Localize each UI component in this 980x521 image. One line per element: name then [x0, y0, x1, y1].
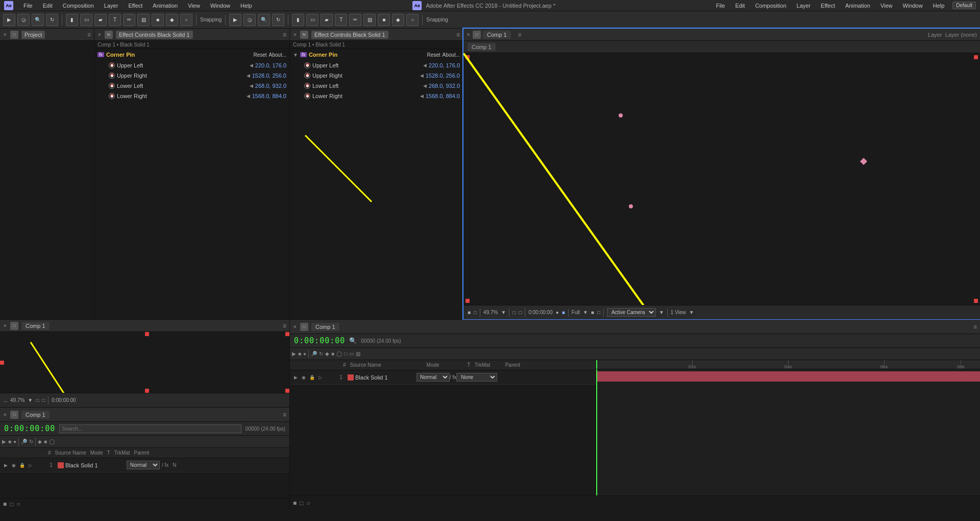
paint-tool[interactable]: ■	[152, 14, 164, 26]
default-button[interactable]: Default	[952, 2, 976, 9]
cm-view-arrow[interactable]: ▼	[689, 310, 694, 315]
lt-lock-icon[interactable]: 🔒	[18, 462, 26, 469]
rt-collapse-icon[interactable]: ▷	[316, 374, 324, 381]
rt-tool6[interactable]: ◆	[325, 351, 329, 357]
cm-zoom-arrow[interactable]: ▼	[501, 310, 506, 315]
lt-menu[interactable]: ≡	[283, 411, 286, 418]
left-comp-fit2[interactable]: □	[42, 397, 45, 403]
zoom-tool[interactable]: 🔍	[32, 14, 44, 26]
menu-help-right[interactable]: Help	[931, 2, 947, 10]
menu-edit-right[interactable]: Edit	[733, 2, 747, 10]
cm-camera-icon[interactable]: ●	[556, 310, 559, 315]
lt-tab[interactable]: Comp 1	[21, 411, 50, 419]
project-panel-menu[interactable]: ≡	[87, 31, 91, 38]
menu-view-left[interactable]: View	[186, 2, 202, 10]
lt-tool7[interactable]: ■	[44, 439, 47, 444]
lt-close[interactable]: ✕	[3, 412, 7, 417]
lt-solo-icon[interactable]: ◉	[10, 462, 17, 469]
ctrl-pt-1[interactable]	[619, 113, 623, 117]
menu-edit-left[interactable]: Edit	[41, 2, 55, 10]
rotate-tool[interactable]: ↻	[46, 14, 58, 26]
menu-layer-right[interactable]: Layer	[795, 2, 813, 10]
rt-tool11[interactable]: ▨	[356, 351, 360, 357]
menu-effect-right[interactable]: Effect	[819, 2, 837, 10]
left-comp-zoom-icon[interactable]: ⎵	[4, 397, 7, 403]
rt-solo-icon3[interactable]: ○	[307, 500, 310, 507]
stopwatch-lr-right[interactable]: ⏰	[304, 93, 310, 99]
corner-bl-left[interactable]	[145, 389, 149, 393]
ec-num-ur-right[interactable]: 1528.0, 256.0	[426, 73, 460, 79]
tool-r10[interactable]: ▨	[363, 14, 376, 26]
cm-full-arrow[interactable]: ▼	[583, 310, 588, 315]
rt-tab[interactable]: Comp 1	[311, 323, 339, 331]
left-comp-tab[interactable]: Comp 1	[21, 322, 50, 330]
rt-solo-icon[interactable]: ◉	[300, 374, 307, 381]
menu-file-right[interactable]: File	[714, 2, 727, 10]
lt-tool2[interactable]: ■	[8, 439, 11, 444]
left-comp-menu[interactable]: ≡	[283, 322, 286, 329]
cp-tl[interactable]	[465, 55, 470, 59]
ec-tab-left[interactable]: Effect Controls Black Solid 1	[116, 31, 193, 39]
rt-magnify-icon[interactable]: 🔍	[349, 337, 357, 344]
comp-main-close[interactable]: ✕	[467, 32, 471, 37]
rt-eye-icon[interactable]: ▶	[292, 374, 299, 381]
tool-r6[interactable]: ▭	[306, 14, 318, 26]
comp-subtab[interactable]: Comp 1	[468, 43, 496, 51]
tool-r12[interactable]: ◆	[392, 14, 404, 26]
comp-main-canvas[interactable]	[463, 53, 980, 305]
menu-window-left[interactable]: Window	[208, 2, 232, 10]
arr-left-ll-left[interactable]: ◀	[250, 83, 253, 88]
arr-left-ul-left[interactable]: ◀	[250, 63, 253, 68]
menu-view-right[interactable]: View	[878, 2, 895, 10]
brush-tool[interactable]: ▰	[94, 14, 107, 26]
tool-r13[interactable]: ○	[406, 14, 419, 26]
stopwatch-ll-left[interactable]: ⏰	[109, 83, 115, 89]
ctrl-pt-3[interactable]	[860, 158, 867, 165]
lt-tool1[interactable]: ▶	[2, 439, 6, 444]
rt-track-bar[interactable]	[596, 371, 980, 382]
menu-layer-left[interactable]: Layer	[102, 2, 120, 10]
stopwatch-ll-right[interactable]: ⏰	[304, 83, 310, 89]
rotate-tool-r[interactable]: ↻	[272, 14, 284, 26]
lt-slash-fx[interactable]: / fx	[162, 462, 168, 468]
left-comp-zoom[interactable]: 49.7%	[10, 397, 24, 403]
rt-tool2[interactable]: ■	[298, 351, 301, 357]
rt-tool9[interactable]: □	[344, 351, 347, 357]
eraser-tool[interactable]: ▨	[137, 14, 150, 26]
project-panel-close[interactable]: ✕	[3, 32, 7, 37]
ec-num-lr-right[interactable]: 1568.0, 884.0	[426, 93, 460, 99]
stopwatch-ur-left[interactable]: ⏰	[109, 73, 115, 79]
select-tool[interactable]: ▶	[3, 14, 15, 26]
ec-num-ur-left[interactable]: 1528.0, 256.0	[252, 73, 286, 79]
lt-tool4[interactable]: 🔎	[21, 439, 27, 444]
corner-tl-left[interactable]	[145, 332, 149, 336]
ec-num-ul-left[interactable]: 220.0, 176.0	[255, 62, 286, 68]
rt-tool10[interactable]: ▭	[349, 351, 354, 357]
rt-playhead[interactable]	[596, 360, 597, 369]
rt-tool1[interactable]: ▶	[292, 351, 296, 357]
type-tool[interactable]: T	[109, 14, 121, 26]
lt-mode-select[interactable]: Normal	[127, 461, 160, 469]
cm-fit-icon[interactable]: □	[512, 310, 516, 315]
stopwatch-ul-left[interactable]: ⏰	[109, 62, 115, 68]
cm-zoom-val[interactable]: 49.7%	[483, 310, 498, 315]
zoom-tool-r[interactable]: 🔍	[258, 14, 270, 26]
hand-tool-r[interactable]: ◶	[243, 14, 256, 26]
lt-collapse-icon[interactable]: ▷	[27, 462, 34, 469]
ec-tab-right[interactable]: Effect Controls Black Solid 1	[311, 31, 388, 39]
comp-main-menu[interactable]: ≡	[518, 31, 522, 38]
rt-add-icon[interactable]: ■	[293, 500, 297, 507]
corner-tr-left[interactable]	[285, 332, 289, 336]
ec-panel-menu-right[interactable]: ≡	[456, 31, 460, 38]
tool-r5[interactable]: ▮	[292, 14, 304, 26]
rt-lock-icon[interactable]: 🔒	[308, 374, 315, 381]
tool-r11[interactable]: ■	[378, 14, 390, 26]
ctrl-pt-2[interactable]	[629, 204, 633, 208]
rt-none-select[interactable]: None	[456, 373, 497, 382]
arr-left-ur-left[interactable]: ◀	[247, 73, 250, 78]
rt-tool4[interactable]: 🔎	[311, 351, 317, 357]
tool-r9[interactable]: ✏	[349, 14, 361, 26]
cm-fit2-icon[interactable]: □	[519, 310, 522, 315]
about-btn-left[interactable]: About...	[269, 52, 286, 58]
reset-btn-left[interactable]: Reset	[253, 52, 266, 58]
